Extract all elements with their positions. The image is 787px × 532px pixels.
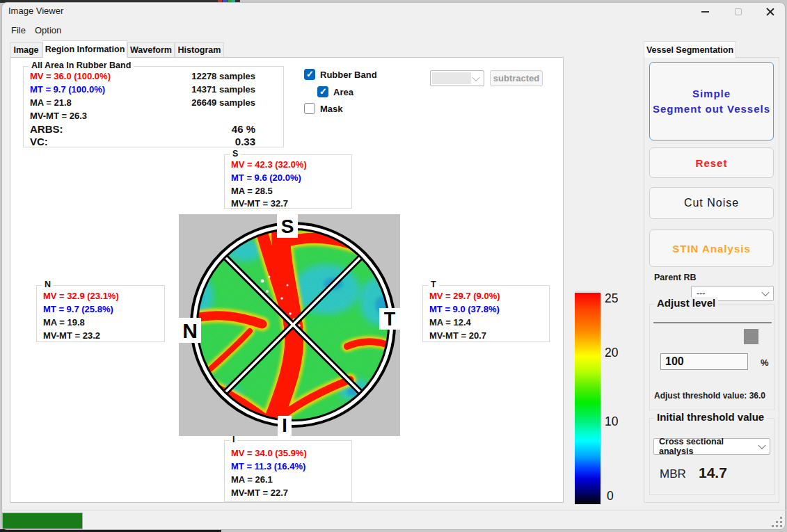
colorbar-tick-0: 0 bbox=[607, 489, 614, 503]
region-n-mv: MV = 32.9 (23.1%) bbox=[43, 291, 119, 301]
subtracted-button-label: subtracted bbox=[493, 73, 539, 83]
map-label-i: I bbox=[282, 415, 287, 436]
adjust-level-input[interactable] bbox=[660, 353, 748, 370]
menu-file[interactable]: File bbox=[11, 25, 26, 35]
subtract-source-combo[interactable] bbox=[430, 70, 484, 86]
parent-rb-label: Parent RB bbox=[654, 273, 696, 282]
mask-label: Mask bbox=[320, 104, 343, 114]
adjust-level-title: Adjust level bbox=[654, 297, 718, 309]
region-n-ma: MA = 19.8 bbox=[43, 317, 85, 328]
tab-waveform[interactable]: Waveform bbox=[127, 42, 175, 58]
region-i-groupbox: I MV = 34.0 (35.9%) MT = 11.3 (16.4%) MA… bbox=[224, 440, 352, 502]
close-icon bbox=[766, 8, 774, 16]
simple-segment-button[interactable]: Simple Segment out Vessels bbox=[649, 62, 774, 140]
screen: Image Viewer File Option Image Region In… bbox=[0, 0, 787, 532]
menu-option[interactable]: Option bbox=[35, 25, 61, 35]
threshold-method-combo[interactable]: Cross sectional analysis bbox=[653, 438, 770, 455]
subtracted-button[interactable]: subtracted bbox=[490, 70, 543, 86]
region-s-mvmt: MV-MT = 32.7 bbox=[231, 198, 288, 209]
all-area-mvmt: MV-MT = 26.3 bbox=[30, 111, 87, 121]
region-t-ma: MA = 12.4 bbox=[429, 317, 471, 328]
region-i-mt: MT = 11.3 (16.4%) bbox=[231, 461, 305, 471]
stin-analysis-button[interactable]: STIN Analysis bbox=[649, 229, 774, 267]
region-n-groupbox: N MV = 32.9 (23.1%) MT = 9.7 (25.8%) MA … bbox=[36, 285, 165, 342]
all-area-mt: MT = 9.7 (100.0%) bbox=[30, 84, 105, 95]
region-i-mvmt: MV-MT = 22.7 bbox=[231, 487, 288, 498]
vc-label: VC: bbox=[30, 136, 48, 147]
region-t-groupbox: T MV = 29.7 (9.0%) MT = 9.0 (37.8%) MA =… bbox=[422, 285, 550, 342]
reset-button-label: Reset bbox=[696, 157, 728, 169]
colorbar-tick-10: 10 bbox=[605, 414, 618, 429]
mbr-label: MBR bbox=[660, 467, 686, 481]
close-button[interactable] bbox=[756, 3, 785, 21]
adjust-slider-track[interactable] bbox=[653, 322, 772, 323]
all-area-mv: MV = 36.0 (100.0%) bbox=[30, 71, 111, 81]
minimize-icon bbox=[701, 11, 709, 13]
all-area-ma-samples: 26649 samples bbox=[191, 97, 255, 108]
simple-segment-line2: Segment out Vessels bbox=[653, 102, 770, 117]
chevron-down-icon bbox=[761, 289, 769, 296]
region-s-mt: MT = 9.6 (20.0%) bbox=[231, 172, 301, 183]
tab-image[interactable]: Image bbox=[10, 42, 42, 58]
map-label-n: N bbox=[182, 319, 198, 342]
cut-noise-button[interactable]: Cut Noise bbox=[649, 187, 774, 219]
all-area-ma: MA = 21.8 bbox=[30, 97, 72, 108]
map-label-t: T bbox=[384, 309, 396, 330]
tab-vessel-segmentation[interactable]: Vessel Segmentation bbox=[644, 41, 736, 58]
maximize-icon bbox=[735, 8, 742, 15]
arbs-value: 46 % bbox=[232, 123, 255, 135]
stin-analysis-button-label: STIN Analysis bbox=[672, 243, 750, 255]
maximize-button[interactable] bbox=[724, 3, 753, 21]
region-s-mv: MV = 42.3 (32.0%) bbox=[231, 159, 307, 170]
fundus-map[interactable]: S N T I bbox=[179, 214, 400, 436]
colorbar-tick-25: 25 bbox=[605, 291, 618, 306]
statusbar-divider bbox=[1, 510, 786, 510]
region-t-mvmt: MV-MT = 20.7 bbox=[429, 330, 486, 341]
region-t-mt: MT = 9.0 (37.8%) bbox=[429, 304, 500, 314]
adjust-level-unit: % bbox=[761, 357, 769, 368]
region-s-title: S bbox=[230, 149, 241, 159]
chevron-down-icon bbox=[758, 442, 765, 449]
arbs-label: ARBS: bbox=[30, 123, 63, 135]
all-area-mv-samples: 12278 samples bbox=[191, 71, 255, 81]
resize-grip[interactable] bbox=[772, 525, 774, 527]
vc-value: 0.33 bbox=[235, 136, 255, 147]
all-area-mt-samples: 14371 samples bbox=[191, 84, 255, 95]
region-t-mv: MV = 29.7 (9.0%) bbox=[429, 291, 500, 301]
rubber-band-label: Rubber Band bbox=[320, 70, 377, 80]
cut-noise-button-label: Cut Noise bbox=[684, 197, 739, 209]
reset-button[interactable]: Reset bbox=[649, 147, 774, 178]
all-area-groupbox: All Area In Rubber Band MV = 36.0 (100.0… bbox=[23, 66, 284, 147]
region-n-mvmt: MV-MT = 23.2 bbox=[43, 330, 100, 341]
adjust-threshold-note: Adjust threshold value: 36.0 bbox=[654, 391, 765, 401]
region-s-groupbox: S MV = 42.3 (32.0%) MT = 9.6 (20.0%) MA … bbox=[224, 154, 352, 209]
progress-bar bbox=[2, 513, 83, 529]
area-checkbox[interactable] bbox=[317, 86, 328, 97]
adjust-slider-thumb[interactable] bbox=[744, 329, 758, 344]
colorbar bbox=[575, 293, 601, 504]
map-label-s: S bbox=[281, 216, 294, 237]
minimize-button[interactable] bbox=[690, 3, 720, 21]
region-s-ma: MA = 28.5 bbox=[231, 186, 273, 196]
region-t-title: T bbox=[428, 280, 439, 289]
initial-threshold-groupbox: Initial threshold value Cross sectional … bbox=[649, 418, 774, 495]
region-n-title: N bbox=[42, 280, 54, 289]
simple-segment-line1: Simple bbox=[692, 86, 731, 102]
mask-checkbox[interactable] bbox=[304, 103, 315, 114]
rubber-band-checkbox[interactable] bbox=[304, 69, 315, 80]
region-n-mt: MT = 9.7 (25.8%) bbox=[43, 304, 113, 314]
tab-histogram[interactable]: Histogram bbox=[175, 42, 224, 58]
subtract-source-combo-fill bbox=[432, 72, 471, 84]
region-i-ma: MA = 26.1 bbox=[231, 474, 273, 485]
tab-region-information[interactable]: Region Information bbox=[42, 40, 127, 58]
window-title: Image Viewer bbox=[8, 6, 63, 16]
region-i-mv: MV = 34.0 (35.9%) bbox=[231, 448, 307, 458]
mbr-value: 14.7 bbox=[699, 465, 727, 481]
adjust-level-groupbox: Adjust level % Adjust threshold value: 3… bbox=[649, 304, 774, 410]
area-label: Area bbox=[333, 87, 353, 97]
initial-threshold-title: Initial threshold value bbox=[654, 411, 767, 423]
colorbar-tick-20: 20 bbox=[605, 346, 618, 360]
region-i-title: I bbox=[230, 435, 237, 444]
chevron-down-icon bbox=[472, 73, 479, 81]
threshold-method-combo-value: Cross sectional analysis bbox=[659, 437, 757, 456]
